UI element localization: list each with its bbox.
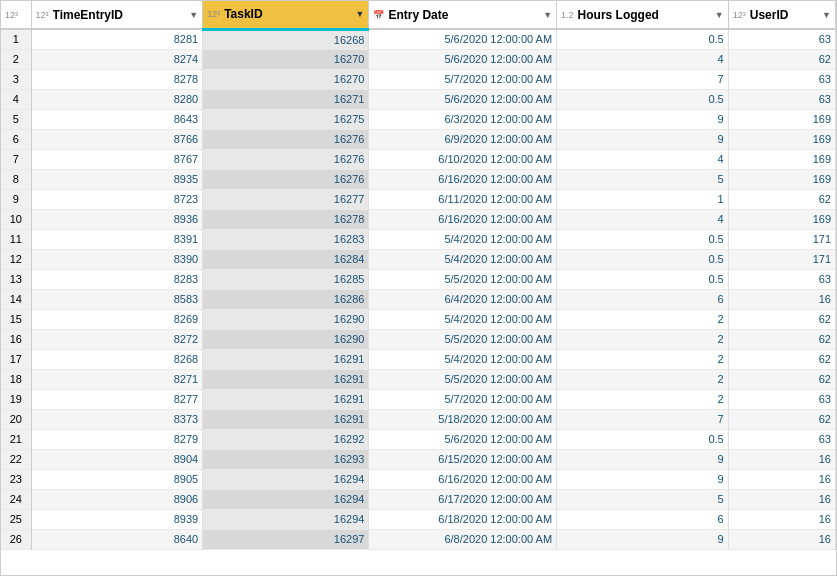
entry-date-cell: 5/4/2020 12:00:00 AM xyxy=(369,249,557,269)
hours-logged-cell: 0.5 xyxy=(557,429,729,449)
time-entry-id-cell: 8643 xyxy=(31,109,203,129)
hours-logged-cell: 9 xyxy=(557,129,729,149)
task-id-cell: 16294 xyxy=(203,469,369,489)
entry-date-cell: 6/15/2020 12:00:00 AM xyxy=(369,449,557,469)
col-label-user-id: UserID xyxy=(750,8,818,22)
user-id-cell: 16 xyxy=(728,469,835,489)
row-number: 3 xyxy=(1,69,31,89)
hours-logged-cell: 4 xyxy=(557,49,729,69)
task-id-cell: 16291 xyxy=(203,409,369,429)
task-id-cell: 16291 xyxy=(203,389,369,409)
time-entry-id-cell: 8939 xyxy=(31,509,203,529)
table-row: 258939162946/18/2020 12:00:00 AM616 xyxy=(1,509,836,529)
user-id-cell: 16 xyxy=(728,289,835,309)
entry-date-cell: 5/5/2020 12:00:00 AM xyxy=(369,369,557,389)
entry-date-cell: 6/8/2020 12:00:00 AM xyxy=(369,529,557,549)
col-header-task-id[interactable]: 12³ TaskID ▼ xyxy=(203,1,369,29)
time-entry-id-cell: 8936 xyxy=(31,209,203,229)
task-id-cell: 16286 xyxy=(203,289,369,309)
row-number: 19 xyxy=(1,389,31,409)
entry-date-cell: 5/5/2020 12:00:00 AM xyxy=(369,329,557,349)
row-number: 23 xyxy=(1,469,31,489)
hours-logged-cell: 9 xyxy=(557,529,729,549)
row-number: 4 xyxy=(1,89,31,109)
col-header-time-entry-id[interactable]: 12³ TimeEntryID ▼ xyxy=(31,1,203,29)
task-id-cell: 16293 xyxy=(203,449,369,469)
table-row: 248906162946/17/2020 12:00:00 AM516 xyxy=(1,489,836,509)
hours-logged-cell: 5 xyxy=(557,169,729,189)
entry-date-cell: 6/4/2020 12:00:00 AM xyxy=(369,289,557,309)
entry-date-cell: 5/5/2020 12:00:00 AM xyxy=(369,269,557,289)
task-id-type-icon: 12³ xyxy=(207,9,220,19)
time-entry-id-cell: 8640 xyxy=(31,529,203,549)
task-id-cell: 16285 xyxy=(203,269,369,289)
table-row: 128390162845/4/2020 12:00:00 AM0.5171 xyxy=(1,249,836,269)
row-number: 25 xyxy=(1,509,31,529)
hours-logged-cell: 7 xyxy=(557,409,729,429)
user-id-cell: 62 xyxy=(728,349,835,369)
entry-date-cell: 5/6/2020 12:00:00 AM xyxy=(369,89,557,109)
table-row: 208373162915/18/2020 12:00:00 AM762 xyxy=(1,409,836,429)
table-header-row: 12³ 12³ TimeEntryID ▼ 12³ TaskID ▼ xyxy=(1,1,836,29)
user-id-cell: 16 xyxy=(728,509,835,529)
hours-logged-cell: 4 xyxy=(557,149,729,169)
task-id-cell: 16284 xyxy=(203,249,369,269)
row-number: 6 xyxy=(1,129,31,149)
table-row: 68766162766/9/2020 12:00:00 AM9169 xyxy=(1,129,836,149)
hours-logged-cell: 0.5 xyxy=(557,269,729,289)
col-dropdown-time-entry-id[interactable]: ▼ xyxy=(189,10,198,20)
row-num-type-icon: 12³ xyxy=(5,10,18,20)
row-number: 21 xyxy=(1,429,31,449)
user-id-type-icon: 12³ xyxy=(733,10,746,20)
time-entry-id-cell: 8766 xyxy=(31,129,203,149)
row-number: 2 xyxy=(1,49,31,69)
col-dropdown-task-id[interactable]: ▼ xyxy=(355,9,364,19)
table-row: 88935162766/16/2020 12:00:00 AM5169 xyxy=(1,169,836,189)
hours-logged-cell: 9 xyxy=(557,449,729,469)
user-id-cell: 169 xyxy=(728,109,835,129)
time-entry-id-cell: 8906 xyxy=(31,489,203,509)
col-dropdown-user-id[interactable]: ▼ xyxy=(822,10,831,20)
col-label-time-entry-id: TimeEntryID xyxy=(53,8,186,22)
entry-date-cell: 5/7/2020 12:00:00 AM xyxy=(369,389,557,409)
col-header-user-id[interactable]: 12³ UserID ▼ xyxy=(728,1,835,29)
user-id-cell: 62 xyxy=(728,329,835,349)
time-entry-id-type-icon: 12³ xyxy=(36,10,49,20)
table-row: 238905162946/16/2020 12:00:00 AM916 xyxy=(1,469,836,489)
col-dropdown-entry-date[interactable]: ▼ xyxy=(543,10,552,20)
entry-date-cell: 5/4/2020 12:00:00 AM xyxy=(369,349,557,369)
col-header-hours-logged[interactable]: 1.2 Hours Logged ▼ xyxy=(557,1,729,29)
hours-logged-cell: 9 xyxy=(557,469,729,489)
col-dropdown-hours-logged[interactable]: ▼ xyxy=(715,10,724,20)
hours-logged-cell: 0.5 xyxy=(557,249,729,269)
col-label-hours-logged: Hours Logged xyxy=(578,8,711,22)
task-id-cell: 16283 xyxy=(203,229,369,249)
hours-logged-cell: 2 xyxy=(557,309,729,329)
time-entry-id-cell: 8583 xyxy=(31,289,203,309)
task-id-cell: 16270 xyxy=(203,69,369,89)
row-number: 1 xyxy=(1,29,31,49)
table-row: 48280162715/6/2020 12:00:00 AM0.563 xyxy=(1,89,836,109)
table-row: 18281162685/6/2020 12:00:00 AM0.563 xyxy=(1,29,836,49)
table-row: 138283162855/5/2020 12:00:00 AM0.563 xyxy=(1,269,836,289)
task-id-cell: 16268 xyxy=(203,29,369,49)
time-entry-id-cell: 8268 xyxy=(31,349,203,369)
entry-date-cell: 5/4/2020 12:00:00 AM xyxy=(369,309,557,329)
task-id-cell: 16291 xyxy=(203,369,369,389)
row-number: 12 xyxy=(1,249,31,269)
table-row: 78767162766/10/2020 12:00:00 AM4169 xyxy=(1,149,836,169)
user-id-cell: 62 xyxy=(728,369,835,389)
time-entry-id-cell: 8269 xyxy=(31,309,203,329)
task-id-cell: 16276 xyxy=(203,129,369,149)
hours-logged-cell: 2 xyxy=(557,369,729,389)
time-entry-id-cell: 8935 xyxy=(31,169,203,189)
user-id-cell: 169 xyxy=(728,209,835,229)
hours-logged-cell: 2 xyxy=(557,389,729,409)
time-entry-id-cell: 8278 xyxy=(31,69,203,89)
table-row: 118391162835/4/2020 12:00:00 AM0.5171 xyxy=(1,229,836,249)
user-id-cell: 171 xyxy=(728,229,835,249)
table-row: 188271162915/5/2020 12:00:00 AM262 xyxy=(1,369,836,389)
col-header-entry-date[interactable]: 📅 Entry Date ▼ xyxy=(369,1,557,29)
task-id-cell: 16278 xyxy=(203,209,369,229)
time-entry-id-cell: 8723 xyxy=(31,189,203,209)
